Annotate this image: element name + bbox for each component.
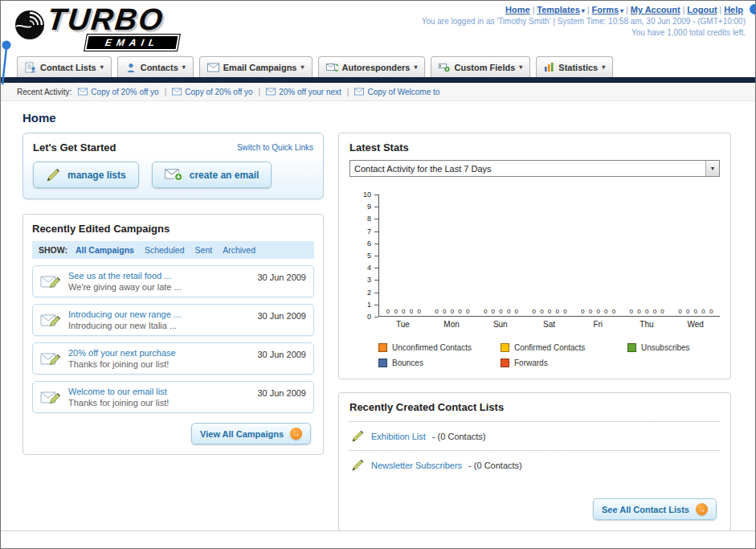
top-link-logout[interactable]: Logout: [687, 5, 717, 14]
recent-activity-item: Copy of Welcome to: [354, 88, 439, 96]
tab-contacts[interactable]: Contacts▾: [117, 56, 194, 77]
see-all-contact-lists-label: See All Contact Lists: [602, 505, 689, 514]
custom-fields-icon: [439, 62, 450, 72]
tab-statistics[interactable]: Statistics▾: [536, 56, 613, 77]
campaign-date: 30 Jun 2009: [257, 272, 306, 282]
y-axis-tick: [374, 293, 378, 293]
filter-sent[interactable]: Sent: [195, 245, 213, 255]
campaign-text: Welcome to our email listThanks for join…: [68, 387, 250, 408]
separator: |: [347, 88, 349, 96]
header-right: Home|Templates▾|Forms▾|My Account|Logout…: [422, 5, 746, 37]
filter-all-campaigns[interactable]: All Campaigns: [76, 245, 134, 255]
recent-activity-bar: Recent Activity: Copy of 20% off yo|Copy…: [1, 83, 755, 101]
chart-bar-group: 0 0 0 0 0: [574, 195, 623, 316]
chevron-down-icon: ▾: [602, 64, 605, 71]
y-axis-tick-label: 2: [367, 289, 371, 297]
campaign-row[interactable]: 20% off your next purchaseThanks for joi…: [32, 342, 314, 375]
contact-lists-panel-title: Recently Created Contact Lists: [349, 401, 720, 413]
recent-activity-items: Copy of 20% off yo|Copy of 20% off yo|20…: [78, 88, 439, 96]
chevron-down-icon: ▼: [705, 161, 719, 176]
application-window: TURBO EMAIL Home|Templates▾|Forms▾|My Ac…: [0, 0, 756, 549]
y-axis-tick: [374, 219, 378, 219]
tab-custom-fields[interactable]: Custom Fields▾: [431, 56, 530, 77]
app-logo: TURBO EMAIL: [12, 4, 237, 51]
campaigns-footer: View All Campaigns: [32, 423, 314, 445]
campaign-row[interactable]: Introducing our new range ...Introducing…: [32, 304, 314, 336]
envelope-icon: [78, 88, 88, 96]
x-axis-label: Fri: [574, 320, 623, 329]
campaign-title-link[interactable]: Introducing our new range ...: [68, 309, 250, 319]
contact-list-row: Exhibition List- (0 Contacts): [349, 421, 720, 450]
manage-lists-button[interactable]: manage lists: [33, 162, 139, 188]
view-all-campaigns-button[interactable]: View All Campaigns: [191, 423, 311, 445]
campaign-title-link[interactable]: 20% off your next purchase: [68, 348, 250, 358]
envelope-pencil-icon: [40, 272, 61, 290]
see-all-contact-lists-button[interactable]: See All Contact Lists: [593, 498, 717, 520]
turbo-swirl-icon: [12, 7, 47, 46]
filter-archived[interactable]: Archived: [223, 245, 255, 255]
recent-activity-item: 20% off your next: [266, 88, 341, 96]
separator: |: [259, 88, 261, 96]
recent-activity-item: Copy of 20% off yo: [172, 88, 252, 96]
recent-activity-label: Recent Activity:: [17, 88, 72, 96]
recent-activity-link[interactable]: Copy of Welcome to: [367, 88, 439, 96]
chevron-down-icon: ▾: [519, 64, 522, 71]
filter-scheduled[interactable]: Scheduled: [145, 245, 185, 255]
campaign-text: See us at the retail food ...We're givin…: [68, 271, 250, 292]
logo-badge: EMAIL: [84, 35, 180, 51]
show-label: SHOW:: [39, 245, 67, 255]
campaign-subtitle: We're giving away our late ...: [68, 282, 250, 292]
y-axis-tick: [374, 231, 378, 232]
legend-item: Forwards: [501, 358, 627, 367]
separator: |: [720, 6, 722, 14]
legend-swatch: [627, 343, 636, 352]
top-link-help[interactable]: Help: [724, 5, 743, 14]
arrow-right-icon: [696, 503, 708, 515]
chart-bar-group: 0 0 0 0 0: [379, 195, 428, 316]
recent-activity-link[interactable]: Copy of 20% off yo: [91, 88, 158, 96]
campaign-subtitle: Introducing our new Italia ...: [68, 321, 250, 330]
y-axis-tick-label: 8: [367, 215, 371, 223]
separator: |: [626, 6, 628, 14]
top-link-home[interactable]: Home: [505, 5, 530, 14]
pencil-icon: [351, 458, 365, 472]
y-axis-tick-label: 10: [363, 191, 371, 199]
y-axis-tick: [374, 268, 378, 268]
top-link-forms[interactable]: Forms▾: [591, 5, 623, 14]
envelope-icon: [172, 88, 182, 96]
campaign-text: 20% off your next purchaseThanks for joi…: [68, 348, 250, 369]
recent-activity-link[interactable]: 20% off your next: [279, 88, 341, 96]
envelope-pencil-icon: [40, 388, 61, 406]
campaign-title-link[interactable]: Welcome to our email list: [68, 387, 250, 396]
tab-label: Email Campaigns: [223, 63, 297, 72]
campaign-title-link[interactable]: See us at the retail food ...: [68, 271, 250, 281]
envelope-plus-icon: [165, 168, 183, 182]
stats-filter-select[interactable]: Contact Activity for the Last 7 Days ▼: [349, 160, 720, 177]
legend-swatch: [378, 343, 387, 352]
chart-bar-group: 0 0 0 0 0: [428, 195, 477, 316]
recent-activity-item: Copy of 20% off yo: [78, 88, 158, 96]
bar-value-labels: 0 0 0 0 0: [581, 308, 615, 316]
campaigns-panel-title: Recently Edited Campaigns: [32, 223, 314, 235]
recent-activity-link[interactable]: Copy of 20% off yo: [185, 88, 252, 96]
x-axis-label: Wed: [671, 320, 720, 329]
envelope-icon: [266, 88, 276, 96]
contact-list-link[interactable]: Exhibition List: [371, 432, 426, 441]
campaign-date: 30 Jun 2009: [257, 311, 306, 321]
y-axis-tick-label: 5: [367, 252, 371, 260]
switch-to-quick-links-link[interactable]: Switch to Quick Links: [237, 143, 313, 152]
campaign-date: 30 Jun 2009: [257, 350, 306, 359]
contact-list-link[interactable]: Newsletter Subscribers: [371, 461, 462, 470]
create-an-email-button[interactable]: create an email: [152, 162, 272, 188]
campaign-row[interactable]: See us at the retail food ...We're givin…: [32, 265, 314, 297]
top-link-my-account[interactable]: My Account: [631, 5, 680, 14]
campaign-row[interactable]: Welcome to our email listThanks for join…: [32, 381, 314, 413]
tab-contact-lists[interactable]: Contact Lists▾: [17, 56, 112, 77]
recently-edited-campaigns-panel: Recently Edited Campaigns SHOW: All Camp…: [22, 214, 324, 455]
tab-email-campaigns[interactable]: Email Campaigns▾: [199, 56, 313, 77]
contact-activity-chart: 109876543210 0 0 0 0 00 0 0 0 00 0 0 0 0…: [349, 195, 720, 367]
tab-autoresponders[interactable]: Autoresponders▾: [318, 56, 426, 77]
y-axis-tick: [374, 256, 378, 256]
top-link-templates[interactable]: Templates▾: [537, 5, 585, 14]
legend-label: Forwards: [514, 358, 548, 367]
